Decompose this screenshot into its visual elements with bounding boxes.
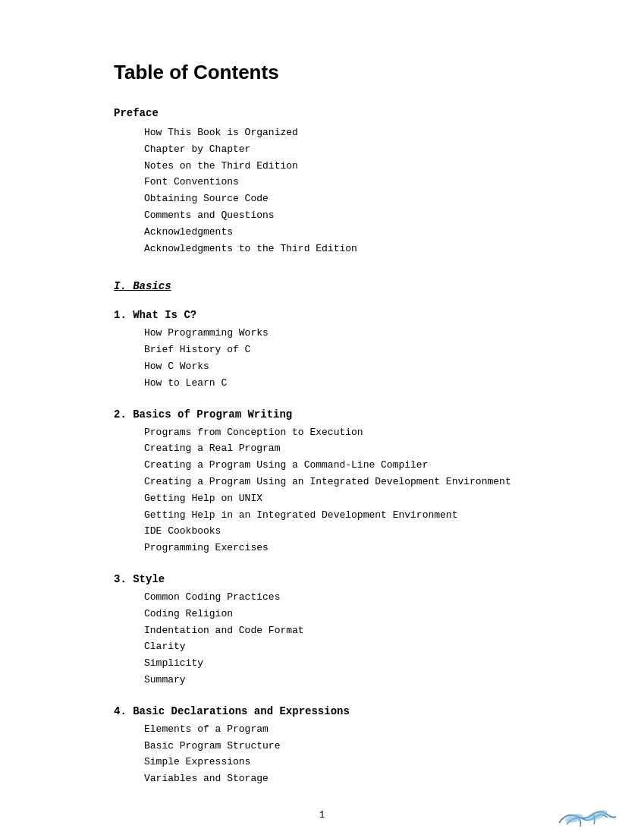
list-item: Indentation and Code Format — [144, 623, 530, 639]
list-item: Getting Help on UNIX — [144, 491, 530, 507]
list-item: Comments and Questions — [144, 208, 530, 224]
list-item: Simple Expressions — [144, 755, 530, 770]
section-basics: I. Basics — [114, 280, 530, 292]
list-item: Coding Religion — [144, 607, 530, 622]
list-item: Creating a Real Program — [144, 441, 530, 457]
list-item: How Programming Works — [144, 326, 530, 342]
basics-header: I. Basics — [114, 280, 530, 292]
chapter-4-header: 4. Basic Declarations and Expressions — [114, 705, 530, 717]
chapter-4: 4. Basic Declarations and Expressions El… — [114, 705, 530, 787]
list-item: How to Learn C — [144, 376, 530, 392]
list-item: Brief History of C — [144, 342, 530, 358]
preface-header: Preface — [114, 107, 530, 119]
page-title: Table of Contents — [114, 61, 530, 84]
chapter-1: 1. What Is C? How Programming Works Brie… — [114, 309, 530, 391]
list-item: Elements of a Program — [144, 722, 530, 738]
bird-icon — [551, 808, 620, 834]
list-item: Common Coding Practices — [144, 590, 530, 606]
chapter-2-items: Programs from Conception to Execution Cr… — [114, 425, 530, 556]
chapter-4-items: Elements of a Program Basic Program Stru… — [114, 722, 530, 787]
chapter-1-header: 1. What Is C? — [114, 309, 530, 321]
list-item: Creating a Program Using a Command-Line … — [144, 458, 530, 474]
list-item: Creating a Program Using an Integrated D… — [144, 474, 530, 490]
chapter-2-header: 2. Basics of Program Writing — [114, 408, 530, 421]
list-item: Chapter by Chapter — [144, 142, 530, 158]
list-item: Getting Help in an Integrated Developmen… — [144, 508, 530, 524]
list-item: Programming Exercises — [144, 540, 530, 556]
section-preface: Preface How This Book is Organized Chapt… — [114, 107, 530, 257]
page-number: 1 — [114, 810, 530, 821]
list-item: Variables and Storage — [144, 771, 530, 787]
list-item: Font Conventions — [144, 175, 530, 191]
preface-items: How This Book is Organized Chapter by Ch… — [114, 125, 530, 257]
list-item: Programs from Conception to Execution — [144, 425, 530, 441]
chapter-3: 3. Style Common Coding Practices Coding … — [114, 573, 530, 688]
list-item: Notes on the Third Edition — [144, 159, 530, 175]
list-item: Clarity — [144, 639, 530, 655]
page: Table of Contents Preface How This Book … — [0, 0, 644, 835]
chapter-1-items: How Programming Works Brief History of C… — [114, 326, 530, 391]
list-item: Summary — [144, 673, 530, 688]
footer-logo: FlyHeart.com TEAM FLY PRESENTS — [550, 808, 621, 835]
list-item: Obtaining Source Code — [144, 191, 530, 207]
chapter-2: 2. Basics of Program Writing Programs fr… — [114, 408, 530, 556]
chapter-3-header: 3. Style — [114, 573, 530, 585]
list-item: IDE Cookbooks — [144, 524, 530, 540]
list-item: How C Works — [144, 359, 530, 375]
chapter-3-items: Common Coding Practices Coding Religion … — [114, 590, 530, 688]
list-item: Acknowledgments — [144, 225, 530, 241]
list-item: How This Book is Organized — [144, 125, 530, 141]
list-item: Simplicity — [144, 656, 530, 672]
list-item: Acknowledgments to the Third Edition — [144, 241, 530, 257]
list-item: Basic Program Structure — [144, 739, 530, 755]
